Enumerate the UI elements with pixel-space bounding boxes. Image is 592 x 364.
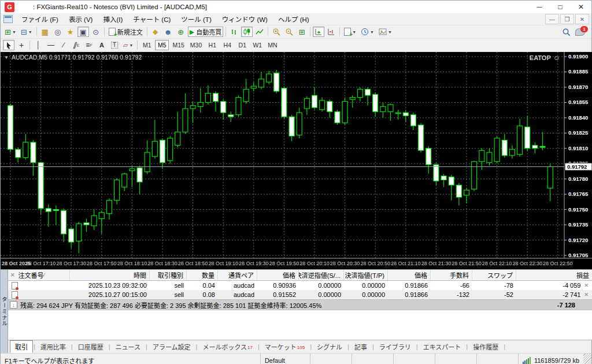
- chart-window-icon[interactable]: [3, 15, 13, 23]
- terminal-panel-button[interactable]: ▣: [77, 27, 89, 37]
- templates-button[interactable]: ▼: [377, 27, 394, 37]
- timeframe-m5[interactable]: M5: [155, 40, 169, 50]
- chart-shift-button[interactable]: [325, 27, 337, 37]
- periods-button[interactable]: ▼: [359, 27, 376, 37]
- tab-2[interactable]: 口座履歴: [73, 341, 108, 352]
- column-header[interactable]: 取引種別: [150, 270, 187, 280]
- column-header[interactable]: 決済逆指値(S/...: [299, 270, 344, 280]
- community-button[interactable]: ☻: [162, 27, 174, 37]
- line-chart-button[interactable]: [254, 27, 265, 37]
- column-header[interactable]: スワップ: [472, 270, 516, 280]
- timeframe-mn[interactable]: MN: [265, 40, 279, 50]
- order-row[interactable]: 2025.10.27 00:15:00sell0.08audcad0.91552…: [8, 290, 592, 299]
- tab-9[interactable]: ライブラリ: [375, 341, 416, 352]
- menu-item[interactable]: ツール (T): [176, 14, 216, 24]
- svg-text:28 Oct 17:50: 28 Oct 17:50: [87, 261, 117, 266]
- timeframe-w1[interactable]: W1: [250, 40, 264, 50]
- auto-scroll-button[interactable]: [313, 27, 324, 37]
- column-header[interactable]: 価格: [257, 270, 299, 280]
- tab-10[interactable]: エキスパート: [419, 341, 466, 352]
- menu-item[interactable]: 挿入(I): [98, 14, 128, 24]
- tab-3[interactable]: ニュース: [111, 341, 145, 352]
- terminal-side-tab[interactable]: ターミナル: [1, 270, 8, 353]
- fibonacci-tool-button[interactable]: ≡F: [83, 40, 95, 50]
- tab-5[interactable]: メールボックス17: [198, 341, 257, 352]
- tab-1[interactable]: 運用比率: [36, 341, 71, 352]
- status-profile[interactable]: Default: [261, 354, 310, 364]
- resize-grip[interactable]: [583, 354, 591, 364]
- column-header[interactable]: 手数料: [431, 270, 472, 280]
- order-row[interactable]: 2025.10.23 09:32:00sell0.04audcad0.90936…: [8, 281, 592, 290]
- mdi-minimize-button[interactable]: —: [545, 14, 559, 24]
- timeframe-m1[interactable]: M1: [140, 40, 154, 50]
- close-button[interactable]: ✕: [571, 1, 591, 13]
- bar-chart-button[interactable]: [228, 27, 240, 37]
- column-header[interactable]: 時間: [70, 270, 150, 280]
- tab-4[interactable]: アラーム設定: [148, 341, 195, 352]
- candlestick-chart-button[interactable]: [241, 27, 253, 37]
- zoom-in-button[interactable]: [271, 27, 282, 37]
- strategy-tester-button[interactable]: ⊙: [90, 27, 102, 37]
- close-order-icon[interactable]: ✕: [580, 292, 590, 298]
- menu-item[interactable]: ファイル (F): [16, 14, 64, 24]
- menu-item[interactable]: ヘルプ (H): [273, 14, 314, 24]
- market-watch-button[interactable]: ▦: [39, 27, 51, 37]
- column-header[interactable]: ✕注文番号 ∕: [8, 270, 70, 280]
- template-image-icon: [379, 28, 387, 36]
- timeframe-d1[interactable]: D1: [235, 40, 249, 50]
- maximize-button[interactable]: □: [550, 1, 571, 13]
- new-chart-button[interactable]: ⊞▼: [3, 27, 18, 37]
- close-order-icon[interactable]: ✕: [580, 283, 590, 288]
- navigator-icon: ★: [67, 28, 74, 36]
- terminal-close-icon[interactable]: ✕: [10, 272, 18, 278]
- timeframe-h4[interactable]: H4: [220, 40, 234, 50]
- crosshair-tool-button[interactable]: +: [16, 40, 27, 50]
- menu-item[interactable]: 表示 (V): [64, 14, 98, 24]
- chart-area[interactable]: ▼ AUDCAD,M5 0.91771 0.91792 0.91760 0.91…: [1, 52, 592, 269]
- tab-7[interactable]: シグナル: [312, 341, 347, 352]
- mdi-restore-button[interactable]: ❐: [560, 14, 574, 24]
- svg-text:0.91825: 0.91825: [568, 129, 589, 136]
- mt4-window: G : FXGiants-Real10 - Notesco (BVI) Limi…: [0, 0, 592, 364]
- text-tool-button[interactable]: A: [96, 40, 108, 50]
- depth-of-market-button[interactable]: ◆: [150, 27, 161, 37]
- tab-6[interactable]: マーケット105: [260, 341, 309, 352]
- channel-tool-button[interactable]: ∥E: [71, 40, 82, 50]
- horizontal-line-tool-button[interactable]: —: [45, 40, 57, 50]
- zoom-out-button[interactable]: [283, 27, 295, 37]
- menu-item[interactable]: ウィンドウ (W): [217, 14, 273, 24]
- data-window-button[interactable]: ◎: [52, 27, 64, 37]
- cursor-tool-button[interactable]: [3, 40, 14, 50]
- svg-text:28 Oct 21:30: 28 Oct 21:30: [421, 261, 452, 266]
- column-header[interactable]: 価格: [388, 270, 431, 280]
- text-label-tool-button[interactable]: T: [109, 40, 120, 50]
- minimize-button[interactable]: ─: [529, 1, 550, 13]
- notifications-button[interactable]: 1: [574, 27, 587, 37]
- tab-8[interactable]: 記事: [350, 341, 372, 352]
- indicators-button[interactable]: ▼: [342, 27, 358, 37]
- menu-item[interactable]: チャート (C): [128, 14, 176, 24]
- timeframe-h1[interactable]: H1: [205, 40, 219, 50]
- timeframe-buttons: M1M5M15M30H1H4D1W1MN: [139, 40, 280, 50]
- column-header[interactable]: 決済指値(T/P): [344, 270, 388, 280]
- column-header[interactable]: 数量: [187, 270, 218, 280]
- trendline-tool-button[interactable]: ∕: [58, 40, 69, 50]
- candle: [282, 86, 287, 118]
- tile-windows-button[interactable]: ⊞: [296, 27, 308, 37]
- search-button[interactable]: [560, 27, 572, 37]
- timeframe-m15[interactable]: M15: [170, 40, 186, 50]
- tab-11[interactable]: 操作履歴: [468, 341, 503, 352]
- new-order-button[interactable]: 新規注文: [107, 27, 145, 37]
- candlestick-chart[interactable]: 0.919000.918850.918700.918550.918400.918…: [1, 52, 592, 269]
- webtrader-button[interactable]: ⊕: [175, 27, 187, 37]
- mdi-close-button[interactable]: ✕: [575, 14, 589, 24]
- arrows-tool-button[interactable]: ▱▼: [121, 40, 135, 50]
- column-header[interactable]: 損益: [516, 270, 592, 280]
- tab-trade[interactable]: 取引: [10, 340, 33, 353]
- navigator-button[interactable]: ★: [65, 27, 76, 37]
- profiles-button[interactable]: ⊟▼: [19, 27, 34, 37]
- column-header[interactable]: 通貨ペア: [218, 270, 257, 280]
- vertical-line-tool-button[interactable]: │: [32, 40, 44, 50]
- auto-trading-button[interactable]: ▶ 自動売買: [188, 27, 223, 37]
- timeframe-m30[interactable]: M30: [188, 40, 204, 50]
